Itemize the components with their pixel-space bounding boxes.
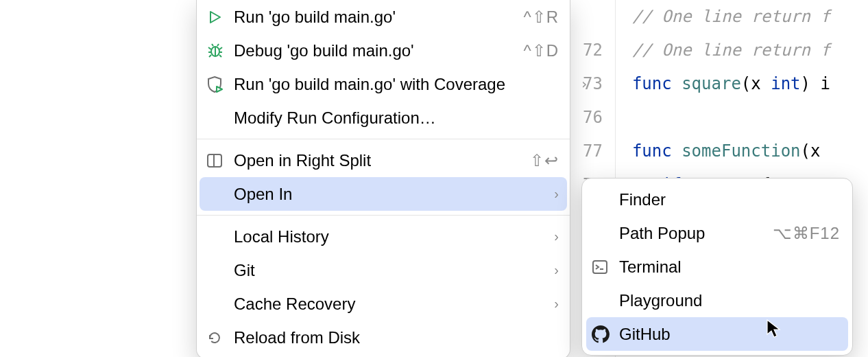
chevron-right-icon: › — [554, 262, 559, 278]
line-number: 77 — [583, 135, 603, 168]
chevron-right-icon: › — [554, 296, 559, 312]
code-line[interactable] — [632, 101, 830, 135]
open-in-submenu: FinderPath Popup⌥⌘F12TerminalPlaygroundG… — [581, 178, 853, 356]
menu-item-label: Debug 'go build main.go' — [234, 41, 523, 60]
menu-item-label: Run 'go build main.go' with Coverage — [234, 75, 559, 94]
reload-icon — [206, 330, 234, 346]
menu-item-label: GitHub — [619, 325, 840, 344]
menu-item-open-in[interactable]: Open In› — [200, 177, 567, 211]
menu-separator — [197, 139, 570, 139]
menu-item-playground[interactable]: Playground — [582, 284, 852, 317]
fold-chevron-icon[interactable]: › — [580, 67, 588, 101]
menu-item-shortcut: ⇧↩ — [530, 151, 559, 170]
menu-item-shortcut: ⌥⌘F12 — [773, 224, 840, 243]
code-line[interactable]: // One line return f — [632, 0, 830, 34]
gutter-line: 76 — [583, 101, 603, 135]
chevron-right-icon: › — [554, 186, 559, 202]
menu-item-open-in-right-split[interactable]: Open in Right Split⇧↩ — [197, 143, 570, 177]
menu-item-shortcut: ^⇧R — [523, 8, 559, 27]
terminal-icon — [592, 260, 619, 275]
menu-item-label: Reload from Disk — [234, 328, 559, 347]
menu-item-label: Run 'go build main.go' — [234, 8, 523, 27]
menu-item-label: Open in Right Split — [234, 151, 530, 170]
chevron-right-icon: › — [554, 229, 559, 244]
menu-item-label: Finder — [619, 190, 840, 209]
context-menu: Run 'go build main.go'^⇧RDebug 'go build… — [196, 0, 570, 357]
menu-item-label: Path Popup — [619, 224, 773, 243]
menu-item-shortcut: ^⇧D — [523, 41, 559, 60]
menu-item-run-go-build-main-go[interactable]: Run 'go build main.go'^⇧R — [197, 0, 570, 34]
gutter-line: 72 — [583, 34, 603, 67]
menu-item-label: Modify Run Configuration… — [234, 108, 559, 128]
menu-item-github[interactable]: GitHub — [586, 317, 848, 351]
menu-item-label: Open In — [234, 185, 548, 204]
menu-item-modify-run-configuration[interactable]: Modify Run Configuration… — [197, 101, 570, 135]
code-line[interactable]: func square(x int) i — [632, 67, 830, 101]
menu-item-label: Local History — [234, 227, 548, 246]
github-icon — [592, 325, 619, 343]
menu-item-run-go-build-main-go-with-coverage[interactable]: Run 'go build main.go' with Coverage — [197, 67, 570, 101]
split-icon — [206, 153, 234, 168]
menu-item-terminal[interactable]: Terminal — [582, 250, 852, 284]
menu-item-cache-recovery[interactable]: Cache Recovery› — [197, 287, 570, 321]
menu-item-label: Terminal — [619, 257, 840, 277]
line-number: 72 — [583, 34, 603, 67]
gutter-line: ›73 — [583, 67, 603, 101]
menu-separator — [197, 215, 570, 216]
menu-item-local-history[interactable]: Local History› — [197, 220, 570, 253]
menu-item-reload-from-disk[interactable]: Reload from Disk — [197, 321, 570, 354]
play-icon — [206, 9, 234, 25]
gutter-line — [583, 0, 603, 34]
code-line[interactable]: // One line return f — [632, 34, 830, 67]
menu-item-label: Cache Recovery — [234, 295, 548, 314]
menu-item-label: Playground — [619, 291, 840, 310]
menu-item-git[interactable]: Git› — [197, 253, 570, 287]
svg-rect-4 — [593, 261, 607, 273]
code-line[interactable]: func someFunction(x — [632, 135, 830, 168]
bug-icon — [206, 42, 234, 60]
coverage-icon — [206, 76, 234, 93]
line-number: 76 — [583, 101, 603, 135]
menu-item-debug-go-build-main-go[interactable]: Debug 'go build main.go'^⇧D — [197, 34, 570, 67]
menu-item-label: Git — [234, 261, 548, 280]
menu-item-path-popup[interactable]: Path Popup⌥⌘F12 — [582, 216, 852, 250]
gutter-line: 77 — [583, 135, 603, 168]
menu-item-finder[interactable]: Finder — [582, 183, 852, 216]
